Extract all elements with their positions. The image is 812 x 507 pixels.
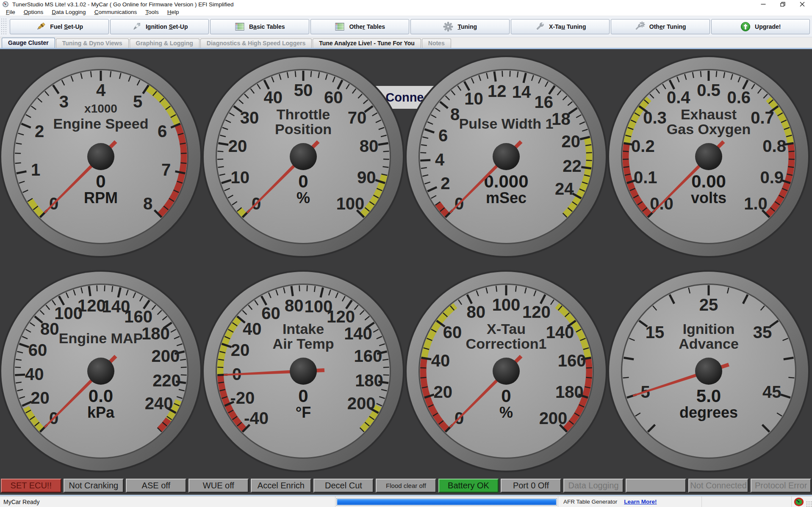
table-grid-icon [234, 21, 245, 32]
svg-text:%: % [499, 404, 513, 421]
app-icon [2, 0, 10, 8]
menu-item-file[interactable]: File [2, 9, 19, 15]
svg-text:Pulse Width 1: Pulse Width 1 [459, 116, 554, 132]
toolbar-buttons: Fuel Set-UpIgnition Set-UpBasic TablesOt… [8, 19, 812, 34]
svg-text:6: 6 [438, 126, 448, 145]
gauge-engine-speed: 012345678x1000Engine Speed0RPM [0, 55, 202, 258]
menu-item-options[interactable]: Options [19, 9, 48, 15]
svg-text:Throttle: Throttle [277, 106, 330, 122]
indicator-row: SET ECU!!Not CrankingASE offWUE offAccel… [0, 479, 812, 493]
svg-text:10: 10 [464, 89, 483, 108]
svg-text:24: 24 [555, 179, 574, 198]
svg-text:22: 22 [563, 157, 582, 175]
svg-text:20: 20 [231, 341, 250, 359]
svg-text:-20: -20 [230, 389, 255, 407]
svg-text:100: 100 [492, 295, 521, 314]
svg-text:90: 90 [357, 168, 376, 187]
restore-icon [780, 2, 786, 7]
gauge-x-tau-correction1: 020406080100120140160180200X-TauCorrecti… [405, 270, 608, 473]
indicator-not-connected: Not Connected [688, 479, 749, 493]
tab-tuning-dyno-views[interactable]: Tuning & Dyno Views [56, 39, 129, 48]
toolbar-button-x-tau-tuning[interactable]: X-Tau Tuning [511, 19, 610, 34]
app-window: TunerStudio MS Lite! v3.1.02 - MyCar ( G… [0, 0, 812, 507]
svg-text:18: 18 [551, 110, 571, 128]
toolbar-button-fuel-set-up[interactable]: Fuel Set-Up [10, 19, 109, 34]
menu-item-tools[interactable]: Tools [141, 9, 163, 15]
gauge-ignition-advance: 515253545IgnitionAdvance5.0degrees [607, 270, 810, 473]
progress-bar [336, 498, 557, 506]
tab-notes[interactable]: Notes [422, 39, 451, 48]
tab-tune-analyze-live-tune-for-you[interactable]: Tune Analyze Live! - Tune For You [313, 39, 421, 48]
toolbar-button-other-tables[interactable]: Other Tables [310, 19, 410, 34]
gauge-cluster-panel: Not Connected SET ECU!!Not CrankingASE o… [0, 49, 812, 495]
indicator-port-0-off: Port 0 Off [501, 479, 561, 493]
menu-item-communications[interactable]: Communications [90, 9, 141, 15]
tab-gauge-cluster[interactable]: Gauge Cluster [2, 38, 55, 48]
menu-item-data-logging[interactable]: Data Logging [47, 9, 90, 15]
fuel-injector-icon [35, 21, 46, 32]
svg-text:160: 160 [558, 351, 586, 370]
indicator-accel-enrich: Accel Enrich [251, 479, 311, 493]
minimize-button[interactable] [754, 0, 773, 8]
table-grid-icon [334, 21, 345, 32]
svg-text:80: 80 [466, 303, 485, 321]
indicator-not-cranking: Not Cranking [64, 479, 124, 493]
toolbar-grip[interactable] [1, 18, 8, 35]
learn-more-link[interactable]: Learn More! [624, 499, 657, 505]
svg-text:-40: -40 [244, 409, 269, 427]
svg-text:Ignition: Ignition [683, 321, 735, 337]
toolbar-button-upgrade[interactable]: Upgrade! [711, 19, 810, 34]
svg-text:7: 7 [161, 160, 171, 179]
svg-text:RPM: RPM [84, 189, 118, 207]
svg-text:0.7: 0.7 [751, 108, 774, 127]
svg-text:12: 12 [488, 82, 507, 100]
indicator-set-ecu: SET ECU!! [1, 479, 61, 493]
close-button[interactable] [793, 0, 812, 8]
svg-text:20: 20 [433, 383, 452, 401]
status-bar: MyCar Ready AFR Table Generator Learn Mo… [0, 496, 812, 507]
svg-text:10: 10 [230, 168, 249, 187]
indicator-ase-off: ASE off [126, 479, 186, 493]
svg-text:°F: °F [296, 404, 311, 421]
toolbar-button-label: X-Tau Tuning [549, 23, 586, 30]
svg-text:240: 240 [145, 394, 173, 413]
gauge-exhaust-gas-oxygen: 0.00.10.20.30.40.50.60.70.80.91.0Exhaust… [607, 55, 810, 258]
wrench-icon [534, 21, 545, 32]
title-bar: TunerStudio MS Lite! v3.1.02 - MyCar ( G… [0, 0, 812, 8]
toolbar-button-other-tuning[interactable]: Other Tuning [611, 19, 710, 34]
svg-text:0.9: 0.9 [760, 168, 784, 187]
svg-text:220: 220 [152, 371, 181, 390]
svg-text:0: 0 [298, 171, 308, 191]
svg-text:Gas Oxygen: Gas Oxygen [667, 121, 751, 137]
toolbar-button-basic-tables[interactable]: Basic Tables [210, 19, 309, 34]
menu-item-help[interactable]: Help [163, 9, 183, 15]
svg-text:0: 0 [501, 386, 511, 406]
svg-text:5: 5 [133, 92, 142, 111]
svg-text:80: 80 [285, 296, 304, 315]
toolbar-button-tuning[interactable]: Tuning [410, 19, 510, 34]
svg-text:4: 4 [96, 81, 106, 99]
svg-text:Position: Position [275, 121, 332, 137]
toolbar-button-label: Fuel Set-Up [50, 23, 83, 30]
svg-text:200: 200 [347, 394, 376, 413]
resize-grip[interactable] [806, 501, 812, 507]
window-title: TunerStudio MS Lite! v3.1.02 - MyCar ( G… [12, 1, 233, 8]
svg-text:0: 0 [96, 171, 105, 191]
svg-text:5.0: 5.0 [696, 386, 721, 406]
restore-button[interactable] [773, 0, 793, 8]
toolbar-button-ignition-set-up[interactable]: Ignition Set-Up [110, 19, 209, 34]
svg-text:mSec: mSec [486, 189, 527, 207]
toolbar-button-label: Basic Tables [249, 23, 285, 30]
svg-text:200: 200 [539, 409, 568, 427]
toolbar-button-label: Ignition Set-Up [146, 23, 188, 30]
svg-text:kPa: kPa [87, 404, 115, 421]
svg-text:8: 8 [450, 105, 460, 124]
gauge-intake-air-temp: -40-20020406080100120140160180200IntakeA… [202, 270, 405, 473]
connection-status-icon [792, 497, 806, 507]
gauge-pulse-width-1: 024681012141618202224Pulse Width 10.000m… [405, 55, 608, 258]
tab-graphing-logging[interactable]: Graphing & Logging [130, 39, 200, 48]
toolbar-button-label: Tuning [457, 23, 477, 30]
tab-diagnostics-high-speed-loggers[interactable]: Diagnostics & High Speed Loggers [200, 39, 312, 48]
wrench-gear-icon [635, 21, 646, 32]
svg-text:x1000: x1000 [84, 102, 117, 115]
